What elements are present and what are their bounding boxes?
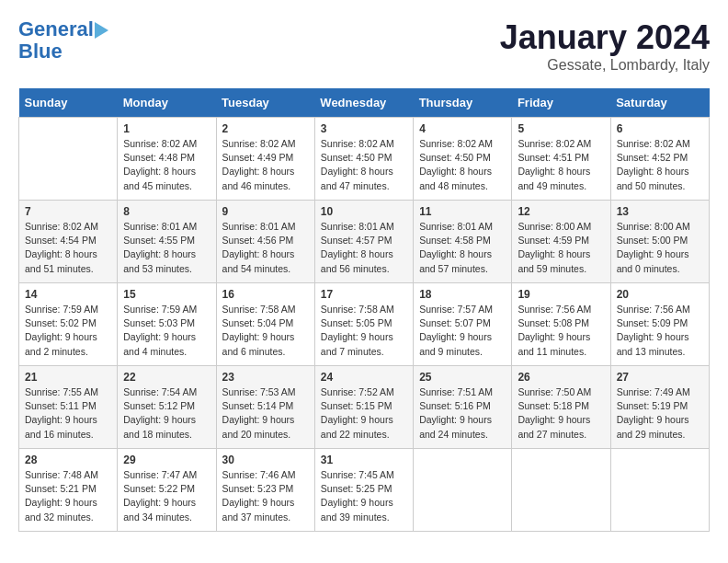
day-number: 26 (518, 371, 604, 384)
sunset-text: Sunset: 4:58 PM (419, 235, 491, 246)
day-number: 9 (222, 205, 309, 218)
column-header-friday: Friday (512, 88, 610, 118)
day-number: 31 (321, 454, 407, 466)
sunrise-text: Sunrise: 8:02 AM (123, 138, 197, 149)
cell-content: Sunrise: 8:01 AM Sunset: 4:56 PM Dayligh… (222, 220, 309, 276)
sunrise-text: Sunrise: 8:01 AM (419, 221, 493, 232)
cell-content: Sunrise: 7:52 AM Sunset: 5:15 PM Dayligh… (321, 385, 407, 442)
cell-content: Sunrise: 7:58 AM Sunset: 5:04 PM Dayligh… (222, 303, 309, 359)
calendar-cell: 3 Sunrise: 8:02 AM Sunset: 4:50 PM Dayli… (314, 118, 413, 201)
sunrise-text: Sunrise: 8:02 AM (617, 138, 690, 149)
cell-content: Sunrise: 8:00 AM Sunset: 4:59 PM Dayligh… (518, 220, 604, 276)
sunset-text: Sunset: 5:25 PM (321, 483, 392, 494)
logo-arrow-icon (95, 22, 108, 39)
calendar-cell (610, 449, 709, 532)
daylight-text: Daylight: 8 hours and 47 minutes. (321, 166, 393, 190)
daylight-text: Daylight: 8 hours and 57 minutes. (419, 248, 492, 273)
sunrise-text: Sunrise: 8:02 AM (518, 138, 591, 149)
calendar-cell: 6 Sunrise: 8:02 AM Sunset: 4:52 PM Dayli… (610, 118, 709, 201)
column-header-tuesday: Tuesday (216, 88, 314, 118)
sunset-text: Sunset: 5:05 PM (321, 317, 392, 328)
page-title: January 2024 (500, 18, 710, 57)
day-number: 13 (617, 205, 703, 218)
calendar-cell: 17 Sunrise: 7:58 AM Sunset: 5:05 PM Dayl… (314, 283, 413, 366)
sunset-text: Sunset: 4:52 PM (617, 152, 688, 163)
day-number: 15 (123, 288, 210, 301)
daylight-text: Daylight: 9 hours and 32 minutes. (25, 497, 97, 522)
daylight-text: Daylight: 9 hours and 9 minutes. (419, 331, 492, 356)
column-header-wednesday: Wednesday (314, 88, 413, 118)
cell-content: Sunrise: 8:02 AM Sunset: 4:54 PM Dayligh… (25, 220, 111, 276)
calendar-cell (414, 449, 512, 532)
column-header-saturday: Saturday (610, 88, 709, 118)
sunrise-text: Sunrise: 7:54 AM (123, 386, 197, 397)
calendar-header-row: SundayMondayTuesdayWednesdayThursdayFrid… (19, 88, 710, 118)
calendar-cell: 27 Sunrise: 7:49 AM Sunset: 5:19 PM Dayl… (610, 366, 709, 449)
daylight-text: Daylight: 9 hours and 11 minutes. (518, 331, 590, 356)
daylight-text: Daylight: 9 hours and 29 minutes. (617, 414, 689, 439)
calendar-cell: 12 Sunrise: 8:00 AM Sunset: 4:59 PM Dayl… (512, 201, 610, 283)
daylight-text: Daylight: 9 hours and 20 minutes. (222, 414, 295, 439)
column-header-sunday: Sunday (19, 88, 118, 118)
calendar-cell: 4 Sunrise: 8:02 AM Sunset: 4:50 PM Dayli… (414, 118, 512, 201)
daylight-text: Daylight: 8 hours and 48 minutes. (419, 166, 492, 190)
day-number: 2 (222, 122, 309, 135)
sunset-text: Sunset: 4:55 PM (123, 235, 195, 246)
daylight-text: Daylight: 9 hours and 2 minutes. (25, 331, 97, 356)
daylight-text: Daylight: 9 hours and 22 minutes. (321, 414, 393, 439)
daylight-text: Daylight: 8 hours and 45 minutes. (123, 166, 196, 190)
sunrise-text: Sunrise: 7:58 AM (321, 304, 394, 315)
sunset-text: Sunset: 4:59 PM (518, 235, 589, 246)
day-number: 22 (123, 371, 210, 384)
day-number: 28 (25, 454, 111, 466)
calendar-cell: 1 Sunrise: 8:02 AM Sunset: 4:48 PM Dayli… (118, 118, 216, 201)
day-number: 20 (617, 288, 703, 301)
daylight-text: Daylight: 9 hours and 24 minutes. (419, 414, 492, 439)
sunset-text: Sunset: 5:21 PM (25, 483, 97, 494)
sunrise-text: Sunrise: 7:56 AM (518, 304, 591, 315)
cell-content: Sunrise: 7:58 AM Sunset: 5:05 PM Dayligh… (321, 303, 407, 359)
sunrise-text: Sunrise: 7:51 AM (419, 386, 493, 397)
cell-content: Sunrise: 7:50 AM Sunset: 5:18 PM Dayligh… (518, 385, 604, 442)
calendar-cell: 5 Sunrise: 8:02 AM Sunset: 4:51 PM Dayli… (512, 118, 610, 201)
cell-content: Sunrise: 8:01 AM Sunset: 4:55 PM Dayligh… (123, 220, 210, 276)
sunrise-text: Sunrise: 7:49 AM (617, 386, 690, 397)
page-header: GeneralBlue January 2024 Gessate, Lombar… (18, 18, 710, 74)
sunset-text: Sunset: 5:19 PM (617, 400, 688, 411)
cell-content: Sunrise: 8:01 AM Sunset: 4:58 PM Dayligh… (419, 220, 506, 276)
day-number: 29 (123, 454, 210, 466)
calendar-cell: 23 Sunrise: 7:53 AM Sunset: 5:14 PM Dayl… (216, 366, 314, 449)
column-header-monday: Monday (118, 88, 216, 118)
daylight-text: Daylight: 9 hours and 0 minutes. (617, 248, 689, 273)
cell-content: Sunrise: 7:59 AM Sunset: 5:02 PM Dayligh… (25, 303, 111, 359)
sunset-text: Sunset: 5:16 PM (419, 400, 491, 411)
cell-content: Sunrise: 8:02 AM Sunset: 4:51 PM Dayligh… (518, 137, 604, 193)
calendar-cell: 18 Sunrise: 7:57 AM Sunset: 5:07 PM Dayl… (414, 283, 512, 366)
day-number: 8 (123, 205, 210, 218)
cell-content: Sunrise: 8:01 AM Sunset: 4:57 PM Dayligh… (321, 220, 407, 276)
calendar-cell: 11 Sunrise: 8:01 AM Sunset: 4:58 PM Dayl… (414, 201, 512, 283)
cell-content: Sunrise: 8:02 AM Sunset: 4:52 PM Dayligh… (617, 137, 703, 193)
daylight-text: Daylight: 9 hours and 27 minutes. (518, 414, 590, 439)
calendar-cell: 21 Sunrise: 7:55 AM Sunset: 5:11 PM Dayl… (19, 366, 118, 449)
sunset-text: Sunset: 5:08 PM (518, 317, 589, 328)
calendar-cell: 20 Sunrise: 7:56 AM Sunset: 5:09 PM Dayl… (610, 283, 709, 366)
day-number: 6 (617, 122, 703, 135)
sunset-text: Sunset: 5:07 PM (419, 317, 491, 328)
daylight-text: Daylight: 9 hours and 34 minutes. (123, 497, 196, 522)
sunrise-text: Sunrise: 7:48 AM (25, 469, 98, 480)
sunrise-text: Sunrise: 7:46 AM (222, 469, 296, 480)
sunset-text: Sunset: 5:18 PM (518, 400, 589, 411)
week-row-2: 7 Sunrise: 8:02 AM Sunset: 4:54 PM Dayli… (19, 201, 710, 283)
sunrise-text: Sunrise: 7:56 AM (617, 304, 690, 315)
calendar-cell: 26 Sunrise: 7:50 AM Sunset: 5:18 PM Dayl… (512, 366, 610, 449)
sunset-text: Sunset: 4:56 PM (222, 235, 294, 246)
calendar-table: SundayMondayTuesdayWednesdayThursdayFrid… (18, 88, 710, 532)
sunset-text: Sunset: 5:00 PM (617, 235, 688, 246)
cell-content: Sunrise: 7:47 AM Sunset: 5:22 PM Dayligh… (123, 468, 210, 524)
sunset-text: Sunset: 4:50 PM (419, 152, 491, 163)
daylight-text: Daylight: 8 hours and 56 minutes. (321, 248, 393, 273)
daylight-text: Daylight: 8 hours and 53 minutes. (123, 248, 196, 273)
sunrise-text: Sunrise: 8:02 AM (419, 138, 493, 149)
day-number: 19 (518, 288, 604, 301)
